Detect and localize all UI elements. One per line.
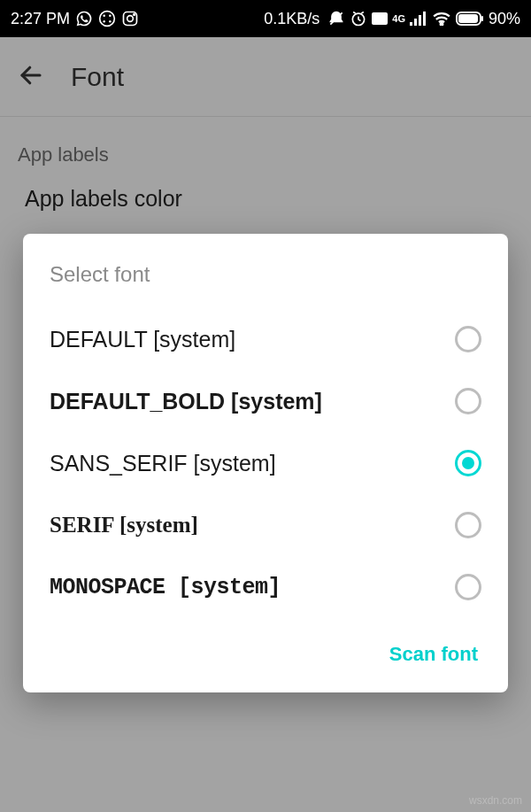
svg-rect-14 — [423, 12, 426, 26]
dialog-title: Select font — [23, 262, 508, 308]
clock: 2:27 PM — [11, 10, 70, 28]
network-speed: 0.1KB/s — [264, 10, 319, 28]
battery-icon — [456, 12, 484, 26]
instagram-icon — [121, 10, 139, 27]
svg-point-7 — [134, 14, 135, 16]
app-grid-icon — [98, 10, 116, 27]
radio-unchecked-icon — [455, 388, 481, 414]
radio-checked-icon — [455, 450, 481, 476]
svg-rect-17 — [458, 14, 478, 23]
radio-unchecked-icon — [455, 512, 481, 538]
svg-point-0 — [100, 12, 115, 27]
alarm-icon — [350, 10, 367, 27]
svg-rect-11 — [410, 22, 412, 26]
font-option-default-bold[interactable]: DEFAULT_BOLD [system] — [23, 370, 508, 432]
dialog-actions: Scan font — [23, 618, 508, 692]
svg-rect-18 — [481, 16, 483, 21]
select-font-dialog: Select font DEFAULT [system] DEFAULT_BOL… — [23, 234, 508, 692]
svg-point-6 — [127, 16, 134, 22]
radio-unchecked-icon — [455, 574, 481, 600]
font-option-label: DEFAULT_BOLD [system] — [50, 389, 322, 414]
svg-rect-12 — [414, 19, 417, 26]
font-option-monospace[interactable]: MONOSPACE [system] — [23, 556, 508, 618]
volte-icon — [372, 12, 388, 25]
watermark: wsxdn.com — [469, 794, 522, 807]
mute-icon — [327, 10, 345, 27]
font-option-label: MONOSPACE [system] — [50, 575, 281, 600]
scan-font-button[interactable]: Scan font — [389, 643, 478, 666]
radio-unchecked-icon — [455, 326, 481, 352]
wifi-icon — [432, 12, 451, 26]
signal-icon — [410, 12, 427, 26]
svg-rect-13 — [419, 15, 421, 26]
whatsapp-icon — [75, 10, 93, 27]
svg-point-4 — [109, 20, 112, 23]
svg-point-3 — [103, 20, 105, 23]
mobile-4g-icon: 4G — [392, 13, 405, 24]
font-option-label: SERIF [system] — [50, 513, 198, 537]
font-option-serif[interactable]: SERIF [system] — [23, 494, 508, 556]
svg-point-2 — [109, 14, 112, 17]
svg-point-15 — [441, 23, 443, 26]
status-bar-right: 0.1KB/s 4G 90% — [264, 10, 520, 28]
font-option-label: SANS_SERIF [system] — [50, 451, 276, 476]
svg-point-1 — [103, 14, 105, 17]
font-option-default[interactable]: DEFAULT [system] — [23, 308, 508, 370]
font-option-label: DEFAULT [system] — [50, 327, 235, 352]
battery-percent: 90% — [489, 10, 520, 28]
font-option-sans-serif[interactable]: SANS_SERIF [system] — [23, 432, 508, 494]
status-bar-left: 2:27 PM — [11, 10, 139, 28]
status-bar: 2:27 PM 0.1KB/s 4G 90% — [0, 0, 531, 37]
svg-rect-10 — [372, 12, 388, 25]
